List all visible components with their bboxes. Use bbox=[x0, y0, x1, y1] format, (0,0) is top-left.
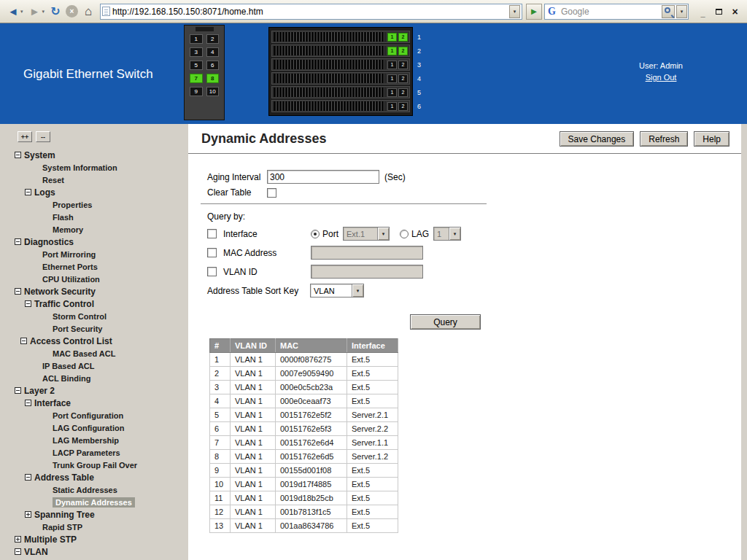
back-button[interactable]: ◄ bbox=[4, 3, 22, 20]
sidebar-item-lag-configuration[interactable]: LAG Configuration bbox=[6, 421, 182, 434]
sidebar-item-spanning-tree[interactable]: Spanning Tree bbox=[6, 508, 182, 521]
sidebar-item-dynamic-addresses[interactable]: Dynamic Addresses bbox=[6, 496, 182, 508]
chevron-down-icon[interactable]: ▾ bbox=[377, 228, 389, 240]
collapse-icon[interactable] bbox=[25, 400, 31, 406]
sidebar-item-traffic-control[interactable]: Traffic Control bbox=[6, 298, 182, 310]
sidebar-item-label[interactable]: System Information bbox=[42, 163, 117, 172]
google-search-input[interactable] bbox=[560, 6, 660, 18]
home-button[interactable]: ⌂ bbox=[80, 4, 96, 20]
sidebar-item-label[interactable]: Multiple STP bbox=[24, 534, 77, 545]
sidebar-item-label[interactable]: Spanning Tree bbox=[34, 510, 95, 520]
sidebar-item-label[interactable]: LACP Parameters bbox=[53, 448, 120, 457]
sidebar-item-trunk-group-fail-over[interactable]: Trunk Group Fail Over bbox=[6, 459, 182, 471]
sidebar-item-access-control-list[interactable]: Access Control List bbox=[6, 335, 182, 347]
collapse-icon[interactable] bbox=[15, 152, 21, 158]
sidebar-item-label[interactable]: VLAN bbox=[24, 547, 48, 557]
sidebar-item-label[interactable]: Traffic Control bbox=[34, 299, 94, 309]
sidebar-item-label[interactable]: IP Based ACL bbox=[42, 362, 95, 370]
sidebar-item-ip-based-acl[interactable]: IP Based ACL bbox=[6, 359, 182, 372]
sidebar-item-label[interactable]: Diagnostics bbox=[24, 237, 74, 247]
lag-radio[interactable] bbox=[400, 230, 409, 238]
sidebar-item-label[interactable]: Port Configuration bbox=[53, 411, 123, 420]
sidebar-item-label[interactable]: ACL Binding bbox=[42, 374, 90, 383]
expand-icon[interactable] bbox=[15, 536, 21, 542]
sidebar-item-label[interactable]: Interface bbox=[34, 398, 71, 408]
sign-out-link[interactable]: Sign Out bbox=[646, 73, 677, 82]
mac-address-input[interactable] bbox=[311, 246, 423, 260]
search-icon[interactable] bbox=[662, 5, 675, 18]
sidebar-item-lag-membership[interactable]: LAG Membership bbox=[6, 434, 182, 446]
forward-button[interactable]: ► bbox=[26, 3, 44, 20]
interface-checkbox[interactable] bbox=[207, 229, 217, 238]
clear-table-checkbox[interactable] bbox=[267, 188, 276, 198]
sidebar-item-lacp-parameters[interactable]: LACP Parameters bbox=[6, 446, 182, 459]
sidebar-item-label[interactable]: Rapid STP bbox=[42, 523, 82, 532]
sidebar-item-label[interactable]: Properties bbox=[53, 201, 92, 209]
collapse-icon[interactable] bbox=[25, 189, 31, 195]
stop-button[interactable]: × bbox=[66, 5, 78, 18]
sidebar-item-vlan[interactable]: VLAN bbox=[6, 545, 182, 558]
sidebar-item-cpu-utilization[interactable]: CPU Utilization bbox=[6, 273, 182, 285]
sidebar-item-interface[interactable]: Interface bbox=[6, 397, 182, 409]
mac-address-checkbox[interactable] bbox=[207, 248, 217, 257]
sidebar-item-label[interactable]: CPU Utilization bbox=[42, 275, 100, 284]
collapse-all-button[interactable]: -- bbox=[36, 131, 50, 142]
sidebar-item-diagnostics[interactable]: Diagnostics bbox=[6, 236, 182, 248]
aging-interval-input[interactable] bbox=[267, 170, 379, 184]
maximize-button[interactable] bbox=[713, 6, 725, 18]
sidebar-item-layer-2[interactable]: Layer 2 bbox=[6, 384, 182, 397]
sidebar-item-acl-binding[interactable]: ACL Binding bbox=[6, 372, 182, 384]
sidebar-item-label[interactable]: Port Mirroring bbox=[42, 250, 96, 259]
refresh-button[interactable]: ↻ bbox=[47, 4, 63, 20]
query-button[interactable]: Query bbox=[410, 314, 481, 330]
sidebar-item-system-information[interactable]: System Information bbox=[6, 161, 182, 174]
collapse-icon[interactable] bbox=[15, 288, 21, 295]
sidebar-item-label[interactable]: Ethernet Ports bbox=[42, 262, 98, 271]
collapse-icon[interactable] bbox=[25, 474, 31, 481]
sidebar-item-label[interactable]: Memory bbox=[53, 225, 83, 234]
sidebar-item-label[interactable]: Static Addresses bbox=[53, 486, 117, 494]
address-input[interactable] bbox=[112, 7, 507, 17]
sidebar-item-label[interactable]: Trunk Group Fail Over bbox=[53, 461, 137, 470]
sidebar-item-label[interactable]: Layer 2 bbox=[24, 386, 55, 396]
sidebar-item-memory[interactable]: Memory bbox=[6, 223, 182, 236]
collapse-icon[interactable] bbox=[25, 300, 31, 307]
sidebar-item-multiple-stp[interactable]: Multiple STP bbox=[6, 533, 182, 545]
sidebar-item-system[interactable]: System bbox=[6, 149, 182, 161]
google-search-box[interactable]: G ▾ bbox=[544, 4, 689, 20]
sidebar-item-properties[interactable]: Properties bbox=[6, 198, 182, 211]
collapse-icon[interactable] bbox=[15, 238, 21, 245]
sidebar-item-label[interactable]: Address Table bbox=[34, 472, 94, 483]
sidebar-item-label[interactable]: Flash bbox=[53, 213, 74, 222]
sidebar-item-logs[interactable]: Logs bbox=[6, 186, 182, 198]
sidebar-item-label[interactable]: MAC Based ACL bbox=[53, 349, 115, 358]
sidebar-item-network-security[interactable]: Network Security bbox=[6, 285, 182, 298]
address-bar[interactable]: ▾ bbox=[100, 4, 522, 20]
vlan-id-checkbox[interactable] bbox=[207, 267, 217, 276]
chevron-down-icon[interactable]: ▾ bbox=[449, 228, 460, 240]
expand-icon[interactable] bbox=[25, 511, 31, 518]
minimize-button[interactable]: _ bbox=[697, 6, 709, 18]
sidebar-item-rapid-stp[interactable]: Rapid STP bbox=[6, 521, 182, 533]
refresh-button[interactable]: Refresh bbox=[640, 131, 688, 147]
search-dropdown[interactable]: ▾ bbox=[676, 5, 687, 18]
forward-dropdown[interactable]: ▾ bbox=[42, 9, 45, 15]
sidebar-item-label[interactable]: Dynamic Addresses bbox=[53, 497, 135, 508]
sidebar-item-reset[interactable]: Reset bbox=[6, 174, 182, 186]
port-radio[interactable] bbox=[311, 230, 320, 238]
sidebar-item-port-mirroring[interactable]: Port Mirroring bbox=[6, 248, 182, 260]
sidebar-item-label[interactable]: System bbox=[24, 150, 55, 160]
help-button[interactable]: Help bbox=[694, 131, 729, 147]
port-select[interactable]: Ext.1 ▾ bbox=[343, 227, 390, 241]
sidebar-item-port-configuration[interactable]: Port Configuration bbox=[6, 409, 182, 421]
sidebar-item-mac-based-acl[interactable]: MAC Based ACL bbox=[6, 347, 182, 359]
lag-select[interactable]: 1 ▾ bbox=[433, 227, 461, 241]
chevron-down-icon[interactable]: ▾ bbox=[352, 284, 363, 297]
expand-all-button[interactable]: ++ bbox=[18, 131, 32, 142]
sidebar-item-storm-control[interactable]: Storm Control bbox=[6, 310, 182, 322]
address-dropdown[interactable]: ▾ bbox=[509, 5, 520, 18]
sidebar-item-ethernet-ports[interactable]: Ethernet Ports bbox=[6, 260, 182, 273]
sidebar-item-label[interactable]: Port Security bbox=[53, 324, 102, 333]
sidebar-item-port-security[interactable]: Port Security bbox=[6, 322, 182, 335]
sidebar-item-label[interactable]: Access Control List bbox=[30, 336, 112, 346]
